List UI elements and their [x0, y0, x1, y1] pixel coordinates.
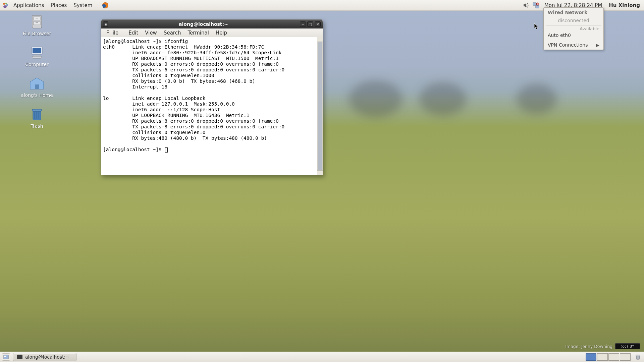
workspace-switcher [586, 353, 631, 361]
chevron-right-icon: ▶ [596, 43, 599, 48]
svg-point-3 [3, 5, 7, 8]
svg-rect-16 [32, 56, 42, 58]
desktop-icon-computer[interactable]: Computer [10, 46, 64, 67]
network-menu: Wired Network disconnected Available Aut… [543, 7, 604, 50]
menu-system[interactable]: System [70, 1, 96, 10]
network-menu-header: Wired Network [544, 8, 603, 16]
window-menu-icon[interactable]: ▪ [103, 21, 108, 27]
maximize-button[interactable]: ▢ [307, 21, 313, 27]
wallpaper-attribution: Image: Jenny Downing (cc) BY [565, 343, 640, 349]
network-menu-vpn[interactable]: VPN Connections ▶ [544, 41, 603, 49]
menu-edit[interactable]: Edit [125, 29, 142, 37]
volume-icon[interactable] [522, 2, 530, 9]
menu-separator [546, 40, 601, 40]
file-cabinet-icon [28, 15, 46, 29]
menu-help[interactable]: Help [212, 29, 230, 37]
minimize-button[interactable]: ─ [300, 21, 306, 27]
workspace-1[interactable] [586, 353, 596, 361]
desktop-icon-trash[interactable]: Trash [10, 107, 64, 129]
svg-rect-14 [33, 48, 41, 53]
terminal-output[interactable]: [along@localhost ~]$ ifconfig eth0 Link … [101, 37, 317, 175]
network-available-label: Available [544, 26, 603, 31]
svg-point-2 [6, 4, 8, 5]
desktop-icons: File Browser Computer along's Home Trash [10, 15, 64, 138]
gnome-foot-icon [2, 2, 9, 9]
menu-file[interactable]: File [103, 29, 125, 37]
svg-point-1 [5, 3, 7, 4]
taskbar-item-label: along@localhost:~ [25, 354, 69, 360]
menu-view[interactable]: View [142, 29, 160, 37]
scroll-up-button[interactable] [317, 37, 323, 42]
desktop-icon-label: Computer [25, 62, 49, 67]
workspace-3[interactable] [608, 353, 619, 361]
menu-applications[interactable]: Applications [10, 1, 48, 10]
svg-rect-11 [36, 18, 38, 18]
svg-rect-6 [536, 5, 539, 8]
cc-by-badge-icon: (cc) BY [615, 343, 640, 349]
svg-rect-15 [34, 55, 40, 56]
close-button[interactable]: ✕ [315, 21, 321, 27]
menu-search[interactable]: Search [160, 29, 184, 37]
network-status-disconnected: disconnected [544, 16, 603, 24]
show-desktop-button[interactable] [2, 353, 10, 361]
network-manager-icon[interactable] [532, 2, 540, 9]
firefox-launcher-icon[interactable] [102, 2, 109, 9]
terminal-window: ▪ along@localhost:~ ─ ▢ ✕ File Edit View… [101, 19, 323, 175]
window-titlebar[interactable]: ▪ along@localhost:~ ─ ▢ ✕ [101, 20, 323, 28]
terminal-cursor [165, 147, 168, 153]
svg-rect-5 [533, 3, 536, 5]
panel-trash-icon[interactable] [634, 353, 642, 361]
workspace-2[interactable] [597, 353, 608, 361]
desktop-icon-file-browser[interactable]: File Browser [10, 15, 64, 36]
computer-icon [28, 46, 46, 60]
vpn-label: VPN Connections [548, 42, 588, 48]
mouse-cursor-icon [534, 23, 539, 30]
desktop-icon-label: Trash [31, 123, 43, 129]
scroll-thumb[interactable] [318, 42, 322, 170]
taskbar-item-terminal[interactable]: along@localhost:~ [13, 353, 76, 361]
terminal-scrollbar[interactable] [317, 37, 323, 175]
svg-rect-19 [32, 109, 42, 111]
desktop-icon-label: File Browser [23, 31, 51, 36]
svg-rect-26 [636, 355, 640, 356]
attribution-text: Image: Jenny Downing [565, 344, 612, 349]
svg-rect-12 [36, 22, 38, 23]
menu-terminal[interactable]: Terminal [184, 29, 212, 37]
scroll-down-button[interactable] [317, 170, 323, 175]
svg-rect-24 [4, 356, 6, 357]
svg-rect-17 [35, 84, 39, 89]
home-folder-icon [28, 76, 46, 90]
svg-rect-25 [636, 356, 640, 359]
svg-point-0 [3, 3, 5, 5]
terminal-icon [17, 355, 22, 359]
workspace-4[interactable] [620, 353, 631, 361]
menu-separator [546, 25, 601, 25]
user-menu[interactable]: Hu Xinlong [607, 2, 640, 8]
desktop-icon-label: along's Home [21, 93, 53, 98]
menu-places[interactable]: Places [48, 1, 70, 10]
trash-icon [28, 107, 46, 121]
terminal-menubar: File Edit View Search Terminal Help [101, 28, 323, 37]
window-title: along@localhost:~ [108, 21, 299, 27]
network-menu-auto-eth0[interactable]: Auto eth0 [544, 31, 603, 39]
bottom-panel: along@localhost:~ [0, 352, 644, 362]
desktop-icon-home[interactable]: along's Home [10, 76, 64, 98]
